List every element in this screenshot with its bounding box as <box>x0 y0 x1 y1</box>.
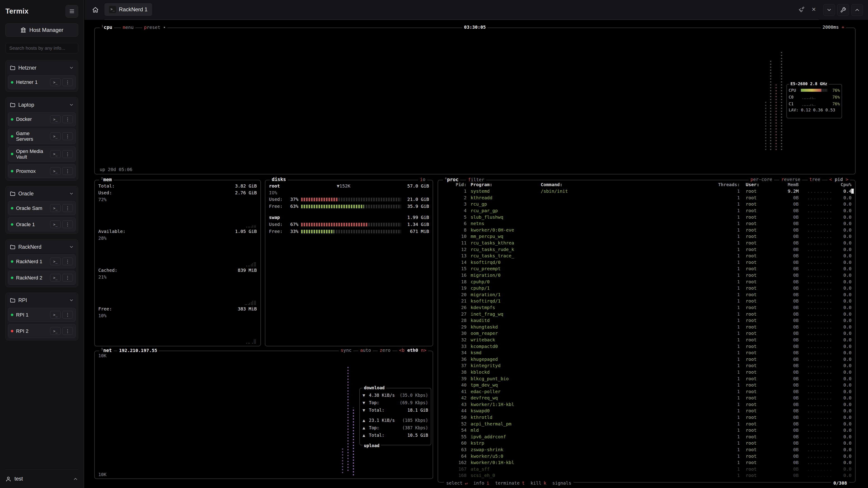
process-row[interactable]: 1systemd/sbin/init1root9.2M........0.4 <box>438 188 855 195</box>
host-menu-button[interactable]: ⋮ <box>62 78 73 86</box>
net-tab-sync[interactable]: sync <box>339 348 353 353</box>
sort-prev-key[interactable]: < <box>829 177 832 182</box>
tab-racknerd-1[interactable]: >_ RackNerd 1 <box>104 3 152 16</box>
host-manager-button[interactable]: Host Manager <box>5 24 78 37</box>
process-row[interactable]: 37kintegrityd1root0B........0.0 <box>438 362 855 369</box>
process-row[interactable]: 13rcu_tasks_trace_1root0B........0.0 <box>438 253 855 259</box>
process-row[interactable]: 8kworker/0:0H-eve1root0B........0.0 <box>438 227 855 233</box>
host-terminal-button[interactable]: >_ <box>50 167 61 175</box>
sidebar-menu-button[interactable] <box>66 5 78 18</box>
process-row[interactable]: 15rcu_preempt1root0B........0.0 <box>438 265 855 272</box>
process-row[interactable]: 30oom_reaper1root0B........0.0 <box>438 330 855 337</box>
host-row[interactable]: Oracle 1>_⋮ <box>8 217 76 231</box>
io-mode-button[interactable]: io <box>418 177 427 182</box>
process-row[interactable]: 50kthrotld1root0B........0.0 <box>438 414 855 421</box>
host-menu-button[interactable]: ⋮ <box>62 116 73 123</box>
process-row[interactable]: 60kstrp1root0B........0.0 <box>438 440 855 447</box>
host-terminal-button[interactable]: >_ <box>50 78 61 86</box>
host-menu-button[interactable]: ⋮ <box>62 221 73 228</box>
hotkey-hint-kill[interactable]: killk <box>530 480 546 486</box>
process-row[interactable]: 5slub_flushwq1root0B........0.0 <box>438 214 855 220</box>
sort-next-key[interactable]: > <box>846 177 848 182</box>
process-row[interactable]: 39blkcg_punt_bio1root0B........0.0 <box>438 375 855 382</box>
process-row[interactable]: 27inet_frag_wq1root0B........0.0 <box>438 311 855 317</box>
process-row[interactable]: 34ksmd1root0B........0.0 <box>438 350 855 356</box>
hotkey-hint-select[interactable]: select↵ <box>446 480 467 486</box>
process-row[interactable]: 32writeback1root0B........0.0 <box>438 337 855 343</box>
preset-button[interactable]: preset • <box>142 25 167 30</box>
process-row[interactable]: 44kswapd01root0B........0.0 <box>438 408 855 414</box>
process-row[interactable]: 21ksoftirqd/11root0B........0.0 <box>438 298 855 304</box>
process-row[interactable]: 36khugepaged1root0B........0.0 <box>438 356 855 362</box>
process-row[interactable]: 168scsi_eh_01root0B........0.0 <box>438 472 855 479</box>
process-row[interactable]: 54mld1root0B........0.0 <box>438 427 855 433</box>
home-button[interactable] <box>90 4 101 16</box>
hotkey-hint-signals[interactable]: signals <box>552 480 571 486</box>
host-row[interactable]: Game Servers>_⋮ <box>8 129 76 144</box>
host-row[interactable]: Open Media Vault>_⋮ <box>8 147 76 162</box>
folder-header-hetzner[interactable]: Hetzner <box>8 63 76 73</box>
tools-button[interactable] <box>837 4 849 16</box>
net-tab-zero[interactable]: zero <box>378 348 392 353</box>
host-menu-button[interactable]: ⋮ <box>62 258 73 265</box>
net-interface-selector[interactable]: <b eth0 n> <box>397 348 428 353</box>
process-row[interactable]: 29khungtaskd1root0B........0.0 <box>438 324 855 330</box>
process-row[interactable]: 42devfreq_wq1root0B........0.0 <box>438 395 855 401</box>
process-row[interactable]: 2kthreadd1root0B........0.0 <box>438 195 855 201</box>
host-row[interactable]: RackNerd 1>_⋮ <box>8 254 76 268</box>
process-row[interactable]: 10mm_percpu_wq1root0B........0.0 <box>438 233 855 240</box>
process-row[interactable]: 19cpuhp/11root0B........0.0 <box>438 285 855 291</box>
process-row[interactable]: 16migration/01root0B........0.0 <box>438 272 855 279</box>
next-interface-key[interactable]: n> <box>421 348 426 353</box>
host-menu-button[interactable]: ⋮ <box>62 274 73 282</box>
process-row[interactable]: 38kblockd1root0B........0.0 <box>438 369 855 376</box>
process-row[interactable]: 14ksoftirqd/01root0B........0.0 <box>438 259 855 266</box>
host-row[interactable]: RackNerd 2>_⋮ <box>8 271 76 285</box>
host-menu-button[interactable]: ⋮ <box>62 132 73 140</box>
menu-button[interactable]: menu <box>121 25 135 30</box>
host-terminal-button[interactable]: >_ <box>50 311 61 319</box>
filter-button[interactable]: filter <box>466 177 486 182</box>
host-row[interactable]: RPI 1>_⋮ <box>8 308 76 322</box>
host-row[interactable]: RPI 2>_⋮ <box>8 324 76 338</box>
process-row[interactable]: 55ipv6_addrconf1root0B........0.0 <box>438 433 855 440</box>
process-row[interactable]: 40tpm_dev_wq1root0B........0.0 <box>438 382 855 388</box>
process-row[interactable]: 43kworker/1:1H-kbl1root0B........0.0 <box>438 401 855 408</box>
process-row[interactable]: 20migration/11root0B........0.0 <box>438 291 855 298</box>
hotkey-hint-info[interactable]: infoi <box>473 480 489 486</box>
process-row[interactable]: 167ata_sff1root0B........0.0 <box>438 466 855 473</box>
proc-sort-selector[interactable]: < pid > <box>828 177 850 182</box>
process-row[interactable]: 4rcu_par_gp1root0B........0.0 <box>438 207 855 214</box>
host-terminal-button[interactable]: >_ <box>50 258 61 265</box>
hotkey-hint-terminate[interactable]: terminatet <box>495 480 525 486</box>
folder-header-rpi[interactable]: RPI <box>8 295 76 305</box>
close-tab-button[interactable]: ✕ <box>809 4 819 14</box>
proc-option-reverse[interactable]: reverse <box>779 177 802 182</box>
process-row[interactable]: 64kworker/u5:01root0B........0.0 <box>438 453 855 459</box>
host-menu-button[interactable]: ⋮ <box>62 311 73 319</box>
folder-header-oracle[interactable]: Oracle <box>8 188 76 199</box>
process-row[interactable]: 52acpi_thermal_pm1root0B........0.0 <box>438 420 855 427</box>
host-terminal-button[interactable]: >_ <box>50 327 61 335</box>
host-row[interactable]: Hetzner 1>_⋮ <box>8 75 76 89</box>
process-row[interactable]: 12rcu_tasks_rude_k1root0B........0.0 <box>438 246 855 253</box>
host-row[interactable]: Docker>_⋮ <box>8 112 76 126</box>
host-terminal-button[interactable]: >_ <box>50 204 61 212</box>
host-row[interactable]: Oracle Sam>_⋮ <box>8 201 76 215</box>
host-row[interactable]: Proxmox>_⋮ <box>8 164 76 178</box>
process-row[interactable]: 63zswap-shrink1root0B........0.0 <box>438 447 855 453</box>
folder-header-laptop[interactable]: Laptop <box>8 100 76 110</box>
host-menu-button[interactable]: ⋮ <box>62 150 73 158</box>
process-row[interactable]: 33kcompactd01root0B........0.0 <box>438 343 855 350</box>
host-terminal-button[interactable]: >_ <box>50 132 61 140</box>
net-tab-auto[interactable]: auto <box>358 348 373 353</box>
process-row[interactable]: 26kdevtmpfs1root0B........0.0 <box>438 304 855 311</box>
panel-up-button[interactable] <box>851 4 863 16</box>
process-row[interactable]: 41edac-poller1root0B........0.0 <box>438 388 855 395</box>
host-terminal-button[interactable]: >_ <box>50 150 61 158</box>
host-terminal-button[interactable]: >_ <box>50 221 61 228</box>
host-terminal-button[interactable]: >_ <box>50 274 61 282</box>
clear-terminal-button[interactable] <box>797 4 807 14</box>
panel-down-button[interactable] <box>823 4 835 16</box>
host-menu-button[interactable]: ⋮ <box>62 167 73 175</box>
